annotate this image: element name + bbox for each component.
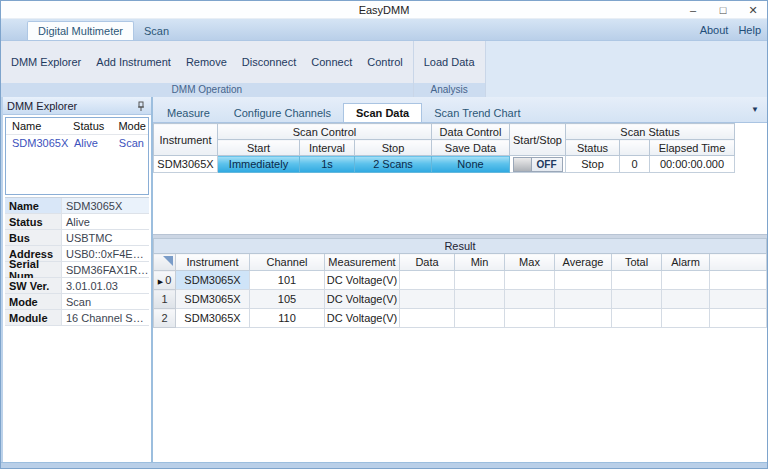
tab-configure-channels[interactable]: Configure Channels bbox=[222, 104, 343, 122]
cell-measurement[interactable]: DC Voltage(V) bbox=[325, 290, 400, 309]
cell-alarm[interactable] bbox=[662, 271, 710, 290]
save-data-cell[interactable]: None bbox=[432, 156, 510, 173]
col-start: Start bbox=[218, 140, 300, 156]
cell-instrument[interactable]: SDM3065X bbox=[176, 271, 250, 290]
cell-measurement[interactable]: DC Voltage(V) bbox=[325, 271, 400, 290]
cell-min[interactable] bbox=[455, 309, 505, 328]
group-scan-control: Scan Control bbox=[218, 124, 432, 140]
tab-scan-data[interactable]: Scan Data bbox=[343, 103, 422, 122]
tab-list-dropdown-icon[interactable]: ▼ bbox=[751, 105, 759, 114]
stop-mode-cell[interactable]: 2 Scans bbox=[355, 156, 432, 173]
row-header-1[interactable]: 1 bbox=[154, 290, 176, 309]
cell-min[interactable] bbox=[455, 271, 505, 290]
prop-row-bus: Bus USBTMC bbox=[5, 230, 149, 246]
result-col-alarm[interactable]: Alarm bbox=[662, 254, 710, 271]
result-col-channel[interactable]: Channel bbox=[250, 254, 325, 271]
scan-grid-empty-area bbox=[153, 173, 767, 234]
tree-col-status: Status bbox=[67, 118, 112, 135]
col-save-data: Save Data bbox=[432, 140, 510, 156]
cell-measurement[interactable]: DC Voltage(V) bbox=[325, 309, 400, 328]
toggle-state-label: OFF bbox=[532, 158, 562, 171]
result-col-average[interactable]: Average bbox=[555, 254, 612, 271]
result-col-instrument[interactable]: Instrument bbox=[176, 254, 250, 271]
tab-scan-trend-chart[interactable]: Scan Trend Chart bbox=[422, 104, 532, 122]
group-data-control: Data Control bbox=[432, 124, 510, 140]
scan-count-cell: 0 bbox=[620, 156, 650, 173]
interval-cell[interactable]: 1s bbox=[300, 156, 355, 173]
dmm-explorer-panel-header: DMM Explorer bbox=[3, 97, 151, 115]
cell-total[interactable] bbox=[612, 290, 662, 309]
tab-measure[interactable]: Measure bbox=[155, 104, 222, 122]
disconnect-button[interactable]: Disconnect bbox=[242, 56, 296, 68]
scan-control-table: Instrument Scan Control Data Control Sta… bbox=[153, 123, 767, 173]
remove-button[interactable]: Remove bbox=[186, 56, 227, 68]
ribbon-group-dmm-operation: DMM Explorer Add Instrument Remove Disco… bbox=[1, 41, 414, 97]
window-bottom-border bbox=[1, 462, 767, 469]
cell-data[interactable] bbox=[400, 309, 455, 328]
title-bar: EasyDMM – □ ✕ bbox=[1, 1, 767, 19]
cell-average[interactable] bbox=[555, 290, 612, 309]
load-data-button[interactable]: Load Data bbox=[424, 56, 475, 68]
cell-alarm[interactable] bbox=[662, 309, 710, 328]
connect-button[interactable]: Connect bbox=[311, 56, 352, 68]
panel-title: DMM Explorer bbox=[7, 100, 135, 112]
cell-data[interactable] bbox=[400, 290, 455, 309]
cell-channel[interactable]: 110 bbox=[250, 309, 325, 328]
cell-average[interactable] bbox=[555, 309, 612, 328]
col-instrument: Instrument bbox=[154, 124, 218, 156]
scan-status-cell: Stop bbox=[566, 156, 620, 173]
cell-max[interactable] bbox=[505, 271, 555, 290]
select-all-corner[interactable] bbox=[154, 254, 176, 271]
dmm-explorer-button[interactable]: DMM Explorer bbox=[11, 56, 81, 68]
cell-average[interactable] bbox=[555, 271, 612, 290]
start-mode-cell[interactable]: Immediately bbox=[218, 156, 300, 173]
cell-alarm[interactable] bbox=[662, 290, 710, 309]
cell-min[interactable] bbox=[455, 290, 505, 309]
result-col-measurement[interactable]: Measurement bbox=[325, 254, 400, 271]
cell-max[interactable] bbox=[505, 309, 555, 328]
pin-icon[interactable] bbox=[135, 100, 147, 112]
group-scan-status: Scan Status bbox=[566, 124, 735, 140]
row-header-2[interactable]: 2 bbox=[154, 309, 176, 328]
result-row-1: 1 SDM3065X 105 DC Voltage(V) bbox=[154, 290, 767, 309]
help-link[interactable]: Help bbox=[738, 24, 761, 36]
menu-right: About Help bbox=[700, 24, 761, 40]
result-col-min[interactable]: Min bbox=[455, 254, 505, 271]
instrument-name[interactable]: SDM3065X bbox=[6, 135, 68, 151]
cell-channel[interactable]: 101 bbox=[250, 271, 325, 290]
row-header-0[interactable]: ▶0 bbox=[154, 271, 176, 290]
cell-instrument[interactable]: SDM3065X bbox=[176, 309, 250, 328]
prop-row-name: Name SDM3065X bbox=[5, 198, 149, 214]
main-area: Measure Configure Channels Scan Data Sca… bbox=[153, 97, 767, 462]
result-col-data[interactable]: Data bbox=[400, 254, 455, 271]
scan-data-page: Instrument Scan Control Data Control Sta… bbox=[153, 123, 767, 462]
minimize-icon[interactable]: – bbox=[679, 2, 707, 18]
cell-total[interactable] bbox=[612, 309, 662, 328]
control-button[interactable]: Control bbox=[367, 56, 402, 68]
start-stop-toggle[interactable]: OFF bbox=[513, 157, 563, 172]
cell-instrument[interactable]: SDM3065X bbox=[176, 290, 250, 309]
cell-channel[interactable]: 105 bbox=[250, 290, 325, 309]
main-tab-strip: Measure Configure Channels Scan Data Sca… bbox=[153, 97, 767, 123]
menu-tab-digital-multimeter[interactable]: Digital Multimeter bbox=[27, 21, 134, 40]
scan-config-row: SDM3065X Immediately 1s 2 Scans None OFF… bbox=[154, 156, 768, 173]
result-col-max[interactable]: Max bbox=[505, 254, 555, 271]
scan-instrument-cell[interactable]: SDM3065X bbox=[154, 156, 218, 173]
instrument-row[interactable]: SDM3065X Alive Scan bbox=[6, 135, 148, 151]
menu-tab-scan[interactable]: Scan bbox=[134, 22, 179, 40]
cell-total[interactable] bbox=[612, 271, 662, 290]
cell-max[interactable] bbox=[505, 290, 555, 309]
start-stop-cell: OFF bbox=[510, 156, 566, 173]
col-stop: Stop bbox=[355, 140, 432, 156]
group-label-dmm-operation: DMM Operation bbox=[1, 83, 413, 97]
prop-row-status: Status Alive bbox=[5, 214, 149, 230]
add-instrument-button[interactable]: Add Instrument bbox=[96, 56, 171, 68]
maximize-icon[interactable]: □ bbox=[709, 2, 737, 18]
about-link[interactable]: About bbox=[700, 24, 729, 36]
toggle-knob[interactable] bbox=[514, 158, 532, 171]
close-icon[interactable]: ✕ bbox=[739, 2, 767, 18]
cell-data[interactable] bbox=[400, 271, 455, 290]
result-col-total[interactable]: Total bbox=[612, 254, 662, 271]
tree-col-name: Name bbox=[6, 118, 67, 135]
app-window: EasyDMM – □ ✕ Digital Multimeter Scan Ab… bbox=[0, 0, 768, 469]
